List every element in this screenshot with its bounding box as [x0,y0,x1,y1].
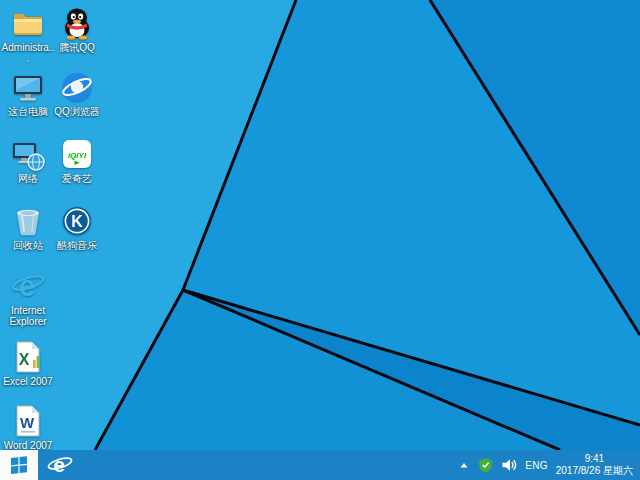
word-icon: W [11,404,45,438]
kugou-icon: K [60,204,94,238]
volume-icon[interactable] [501,457,517,473]
start-button[interactable] [0,450,38,480]
recycle-bin-icon [11,204,45,238]
kugou-letter: K [71,213,83,230]
qq-browser-icon [60,70,94,104]
desktop-icon-qq-browser[interactable]: QQ浏览器 [50,70,104,117]
desktop-icon-word[interactable]: W Word 2007 [1,404,55,450]
desktop-icon-label: 这台电脑 [1,106,55,117]
desktop-icon-label: Word 2007 [1,440,55,450]
ie-letter: e [53,453,65,476]
antivirus-shield-icon[interactable] [478,457,493,473]
desktop-icon-excel[interactable]: X Excel 2007 [1,340,55,387]
word-letter: W [20,414,35,431]
desktop-icon-label: 回收站 [1,240,55,251]
desktop-icon-qq[interactable]: 腾讯QQ [50,6,104,53]
internet-explorer-icon: e [11,269,45,303]
iqiyi-icon: iQIYI [60,137,94,171]
iqiyi-wordmark: iQIYI [68,151,87,160]
windows-flag-icon [10,456,28,474]
system-tray: ENG 9:41 2017/8/26 星期六 [458,453,640,477]
excel-letter: X [19,351,30,368]
hidden-icons-chevron-icon[interactable] [458,459,470,471]
taskbar: e ENG 9:41 2017/8/26 星期六 [0,450,640,480]
clock-time: 9:41 [556,453,633,465]
desktop-area[interactable]: Administra... 这台电脑 网络 [0,0,640,450]
desktop-icon-network[interactable]: 网络 [1,137,55,184]
windows-desktop-screen: Administra... 这台电脑 网络 [0,0,640,480]
desktop-icon-administrator[interactable]: Administra... [1,6,55,64]
desktop-icon-label: QQ浏览器 [50,106,104,117]
tray-clock[interactable]: 9:41 2017/8/26 星期六 [556,453,633,477]
desktop-icon-recycle-bin[interactable]: 回收站 [1,204,55,251]
taskbar-ie-button[interactable]: e [43,450,77,480]
desktop-icon-label: 网络 [1,173,55,184]
clock-date: 2017/8/26 星期六 [556,465,633,477]
folder-icon [11,6,45,40]
qq-penguin-icon [60,6,94,40]
desktop-icon-iqiyi[interactable]: iQIYI 爱奇艺 [50,137,104,184]
language-indicator[interactable]: ENG [525,460,548,471]
desktop-icon-internet-explorer[interactable]: e Internet Explorer [1,269,55,327]
desktop-icon-label: Excel 2007 [1,376,55,387]
desktop-icon-label: 腾讯QQ [50,42,104,53]
desktop-icon-label: Internet Explorer [1,305,55,327]
network-icon [11,137,45,171]
desktop-icon-label: Administra... [1,42,55,64]
internet-explorer-icon: e [47,452,73,478]
computer-icon [11,70,45,104]
desktop-icon-this-pc[interactable]: 这台电脑 [1,70,55,117]
desktop-icon-kugou[interactable]: K 酷狗音乐 [50,204,104,251]
excel-icon: X [11,340,45,374]
desktop-icon-label: 酷狗音乐 [50,240,104,251]
desktop-icon-label: 爱奇艺 [50,173,104,184]
